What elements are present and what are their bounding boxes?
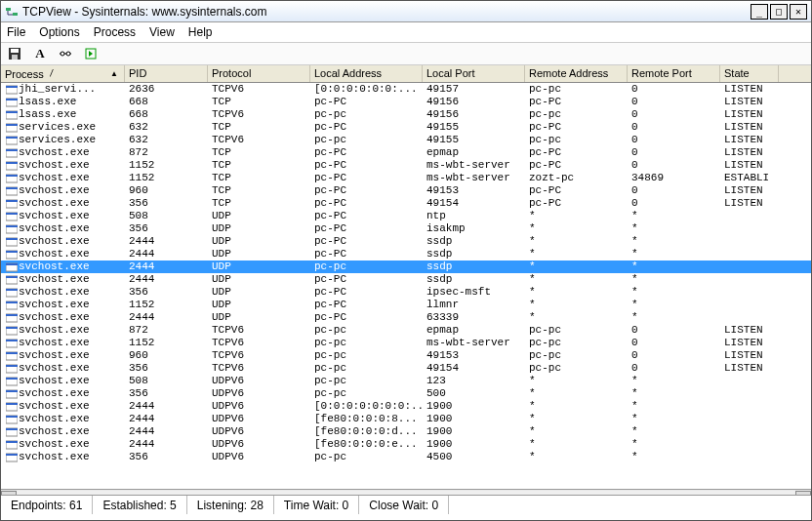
save-icon[interactable]: [7, 46, 22, 61]
connections-grid: Process /▲ PID Protocol Local Address Lo…: [1, 65, 811, 495]
cell-local-address: pc-PC: [310, 184, 423, 197]
col-process[interactable]: Process /▲: [1, 65, 125, 82]
table-row[interactable]: svchost.exe508UDPpc-PCntp**: [1, 210, 811, 222]
cell-local-address: pc-PC: [310, 146, 423, 159]
table-row[interactable]: services.exe632TCPV6pc-pc49155pc-pc0LIST…: [1, 134, 811, 146]
cell-state: LISTEN: [720, 159, 779, 172]
horizontal-scrollbar[interactable]: ◄ ►: [1, 489, 811, 495]
col-pid[interactable]: PID: [125, 65, 208, 82]
cell-pid: 2444: [125, 260, 208, 273]
table-row[interactable]: svchost.exe960TCPV6pc-pc49153pc-pc0LISTE…: [1, 349, 811, 362]
scroll-track[interactable]: [17, 491, 795, 496]
scroll-left-icon[interactable]: ◄: [1, 491, 17, 496]
scroll-right-icon[interactable]: ►: [795, 491, 811, 496]
table-row[interactable]: svchost.exe356UDPpc-PCipsec-msft**: [1, 286, 811, 299]
table-row[interactable]: svchost.exe2444UDPpc-PCssdp**: [1, 248, 811, 260]
minimize-button[interactable]: _: [751, 4, 768, 20]
table-row[interactable]: svchost.exe1152UDPpc-PCllmnr**: [1, 299, 811, 311]
svg-rect-12: [6, 86, 18, 88]
svg-rect-40: [6, 263, 18, 265]
table-row[interactable]: svchost.exe356TCPV6pc-pc49154pc-pc0LISTE…: [1, 362, 811, 375]
table-row[interactable]: svchost.exe356UDPV6pc-pc500**: [1, 387, 811, 400]
process-icon: [5, 339, 19, 348]
menu-options[interactable]: Options: [39, 25, 79, 39]
cell-process: svchost.exe: [19, 413, 90, 425]
cell-local-address: pc-PC: [310, 159, 423, 172]
filter-icon[interactable]: [58, 46, 73, 61]
table-row[interactable]: svchost.exe508UDPV6pc-pc123**: [1, 375, 811, 387]
table-row[interactable]: svchost.exe1152TCPV6pc-pcms-wbt-serverpc…: [1, 337, 811, 349]
menu-help[interactable]: Help: [188, 25, 213, 39]
table-row[interactable]: svchost.exe1152TCPpc-PCms-wbt-serverzozt…: [1, 172, 811, 184]
col-local-port[interactable]: Local Port: [423, 65, 525, 82]
table-row[interactable]: svchost.exe356UDPpc-PCisakmp**: [1, 222, 811, 235]
cell-remote-port: *: [628, 311, 720, 324]
cell-protocol: TCPV6: [208, 349, 310, 362]
svg-rect-1: [13, 13, 18, 16]
cell-remote-port: *: [628, 375, 720, 387]
menu-process[interactable]: Process: [94, 25, 136, 39]
table-row[interactable]: svchost.exe2444UDPV6[fe80:0:0:0:d...1900…: [1, 425, 811, 438]
cell-pid: 356: [125, 387, 208, 400]
close-button[interactable]: ✕: [790, 4, 807, 20]
menu-view[interactable]: View: [149, 25, 175, 39]
col-protocol[interactable]: Protocol: [208, 65, 310, 82]
table-row[interactable]: svchost.exe2444UDPV6[fe80:0:0:0:8...1900…: [1, 413, 811, 425]
cell-protocol: TCP: [208, 146, 310, 159]
font-icon[interactable]: A: [32, 46, 48, 61]
col-local-address[interactable]: Local Address: [310, 65, 423, 82]
svg-rect-36: [6, 238, 18, 240]
cell-pid: 632: [125, 134, 208, 146]
table-row[interactable]: svchost.exe1152TCPpc-PCms-wbt-serverpc-P…: [1, 159, 811, 172]
process-icon: [5, 212, 19, 221]
table-row[interactable]: svchost.exe356UDPV6pc-pc4500**: [1, 451, 811, 463]
refresh-icon[interactable]: [83, 46, 99, 61]
cell-process: svchost.exe: [19, 260, 90, 273]
process-icon: [5, 326, 19, 336]
cell-local-address: pc-PC: [310, 197, 423, 210]
table-row[interactable]: svchost.exe356TCPpc-PC49154pc-PC0LISTEN: [1, 197, 811, 210]
toolbar: A: [1, 42, 811, 65]
menu-file[interactable]: File: [7, 25, 25, 39]
table-row[interactable]: svchost.exe2444UDPV6[0:0:0:0:0:0:0:...19…: [1, 400, 811, 413]
table-row[interactable]: svchost.exe2444UDPV6[fe80:0:0:0:e...1900…: [1, 438, 811, 451]
cell-local-address: pc-pc: [310, 362, 423, 375]
table-row[interactable]: services.exe632TCPpc-PC49155pc-PC0LISTEN: [1, 121, 811, 134]
status-closewait: Close Wait: 0: [359, 496, 449, 514]
cell-pid: 356: [125, 286, 208, 299]
cell-pid: 1152: [125, 172, 208, 184]
table-row[interactable]: svchost.exe872TCPV6pc-pcepmappc-pc0LISTE…: [1, 324, 811, 337]
cell-remote-address: pc-pc: [525, 134, 628, 146]
col-remote-address[interactable]: Remote Address: [525, 65, 628, 82]
cell-state: [720, 210, 779, 222]
grid-body[interactable]: jhi_servi...2636TCPV6[0:0:0:0:0:0:...491…: [1, 83, 811, 489]
table-row[interactable]: svchost.exe2444UDPpc-PC63339**: [1, 311, 811, 324]
cell-local-port: ipsec-msft: [423, 286, 525, 299]
cell-process: svchost.exe: [19, 197, 90, 210]
table-row[interactable]: jhi_servi...2636TCPV6[0:0:0:0:0:0:...491…: [1, 83, 811, 96]
table-row[interactable]: svchost.exe960TCPpc-PC49153pc-PC0LISTEN: [1, 184, 811, 197]
cell-protocol: UDP: [208, 260, 310, 273]
table-row[interactable]: svchost.exe872TCPpc-PCepmappc-PC0LISTEN: [1, 146, 811, 159]
cell-local-port: llmnr: [423, 299, 525, 311]
cell-local-port: 1900: [423, 438, 525, 451]
cell-process: services.exe: [19, 134, 96, 146]
table-row[interactable]: lsass.exe668TCPpc-PC49156pc-PC0LISTEN: [1, 96, 811, 108]
col-state[interactable]: State: [720, 65, 779, 82]
process-icon: [5, 301, 19, 310]
table-row[interactable]: svchost.exe2444UDPpc-PCssdp**: [1, 235, 811, 248]
cell-local-port: ssdp: [423, 273, 525, 286]
col-remote-port[interactable]: Remote Port: [628, 65, 720, 82]
cell-local-port: 49157: [423, 83, 525, 96]
table-row[interactable]: svchost.exe2444UDPpc-pcssdp**: [1, 260, 811, 273]
cell-process: svchost.exe: [19, 425, 90, 438]
cell-remote-port: *: [628, 299, 720, 311]
cell-protocol: UDP: [208, 222, 310, 235]
table-row[interactable]: svchost.exe2444UDPpc-PCssdp**: [1, 273, 811, 286]
cell-remote-address: pc-PC: [525, 96, 628, 108]
svg-point-9: [66, 52, 70, 56]
cell-protocol: UDP: [208, 235, 310, 248]
cell-pid: 2636: [125, 83, 208, 96]
table-row[interactable]: lsass.exe668TCPV6pc-pc49156pc-pc0LISTEN: [1, 108, 811, 121]
maximize-button[interactable]: □: [770, 4, 788, 20]
